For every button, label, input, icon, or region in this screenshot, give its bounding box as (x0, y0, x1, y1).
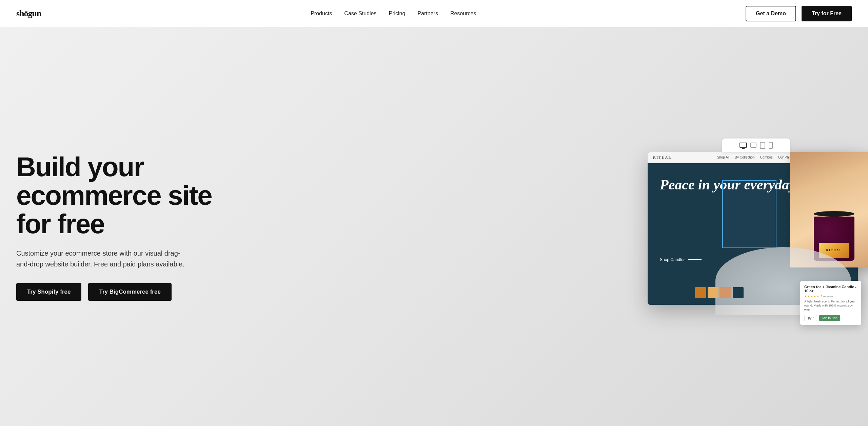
quantity-selector[interactable]: Qty: 1 (804, 315, 817, 321)
hero-section: Build your ecommerce site for free Custo… (0, 27, 868, 426)
hero-subtext: Customize your ecommerce store with our … (16, 248, 193, 270)
color-block-3 (720, 287, 731, 298)
monitor-icon (750, 143, 756, 148)
color-block-2 (708, 287, 718, 298)
nav-links: Products Case Studies Pricing Partners R… (311, 11, 476, 17)
mockup-shop-link: Shop Candles (660, 257, 702, 262)
try-free-button[interactable]: Try for Free (802, 6, 852, 21)
add-to-cart-button[interactable]: Add to Cart (819, 315, 840, 321)
product-card-actions: Qty: 1 Add to Cart (804, 315, 857, 321)
try-bigcommerce-button[interactable]: Try BigCommerce free (88, 283, 171, 301)
hero-content: Build your ecommerce site for free Custo… (16, 153, 233, 301)
product-card-description: A light, fresh scent. Perfect for all ye… (804, 299, 857, 312)
color-block-4 (733, 287, 744, 298)
hero-visual: RITUAL Shop All By Collection Combos Our… (637, 138, 868, 315)
tablet-icon (760, 142, 765, 149)
nav-case-studies[interactable]: Case Studies (344, 11, 376, 16)
mockup-nav-collection: By Collection (735, 155, 754, 159)
nav-pricing[interactable]: Pricing (389, 11, 406, 16)
hero-headline: Build your ecommerce site for free (16, 153, 233, 238)
nav-resources[interactable]: Resources (450, 11, 476, 16)
mobile-icon (769, 142, 773, 149)
mockup-nav-shop-all: Shop All (717, 155, 730, 159)
product-card: Green tea + Jasmine Candle - 10 oz ★★★★★… (800, 281, 861, 325)
candle-lid (814, 211, 854, 217)
nav-products[interactable]: Products (311, 11, 332, 16)
navbar: shōgun Products Case Studies Pricing Par… (0, 0, 868, 27)
mockup-nav-combos: Combos (760, 155, 773, 159)
nav-partners[interactable]: Partners (417, 11, 438, 16)
device-toolbar (722, 138, 790, 152)
hero-buttons: Try Shopify free Try BigCommerce free (16, 283, 233, 301)
selection-overlay (722, 180, 776, 248)
product-card-stars: ★★★★★ 3 reviews (804, 294, 857, 298)
shop-line-decoration (688, 259, 702, 260)
mockup-logo: RITUAL (653, 155, 672, 160)
product-card-title: Green tea + Jasmine Candle - 10 oz (804, 285, 857, 293)
get-demo-button[interactable]: Get a Demo (746, 6, 796, 21)
color-block-1 (695, 287, 706, 298)
logo[interactable]: shōgun (16, 8, 41, 19)
try-shopify-button[interactable]: Try Shopify free (16, 283, 81, 301)
desktop-icon (739, 143, 747, 148)
mockup-nav-links: Shop All By Collection Combos Our Philos… (717, 155, 802, 159)
nav-actions: Get a Demo Try for Free (746, 6, 852, 21)
